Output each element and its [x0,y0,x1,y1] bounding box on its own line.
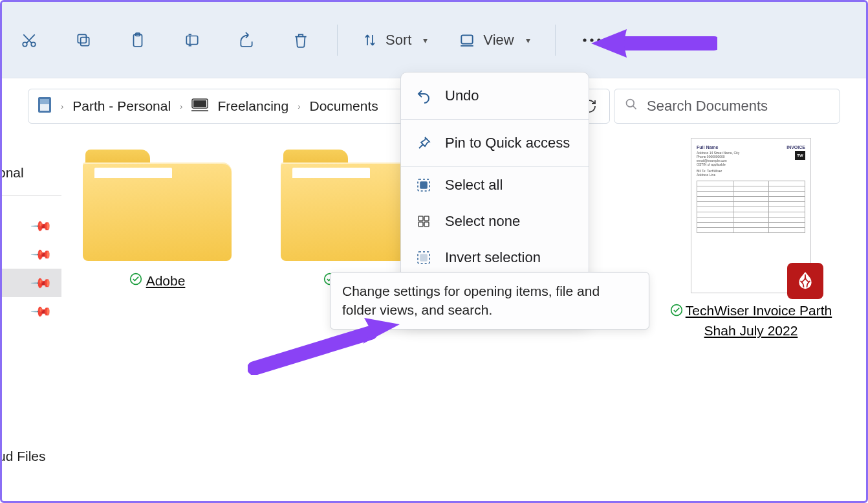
toolbar-separator [555,25,556,56]
annotation-arrow [588,24,717,63]
svg-rect-13 [40,99,49,104]
breadcrumb-separator: › [61,102,63,111]
svg-point-8 [583,38,586,41]
select-all-icon [415,177,432,194]
svg-point-16 [627,100,635,107]
svg-rect-15 [193,100,206,107]
svg-rect-25 [424,222,429,227]
pdf-badge-icon [787,263,823,299]
view-icon [459,32,475,49]
rename-button[interactable] [180,28,204,52]
document-item[interactable]: Full NameINVOICE Address 14 Street Name,… [660,138,841,341]
chevron-down-icon: ▾ [423,35,428,45]
pc-icon [191,98,208,115]
sort-button[interactable]: Sort ▾ [362,32,428,49]
pin-icon: 📌 [30,300,52,322]
menu-label: Undo [445,87,479,104]
pin-icon [415,135,432,151]
sidebar-fragment: ud Files [0,449,46,464]
view-button[interactable]: View ▾ [459,32,530,49]
sidebar-separator [2,195,61,196]
paste-button[interactable] [126,28,149,52]
undo-icon [415,87,432,104]
chevron-down-icon: ▾ [526,35,530,45]
svg-rect-24 [418,222,423,227]
svg-rect-23 [424,216,429,221]
breadcrumb-separator: › [180,102,182,111]
document-thumbnail: Full NameINVOICE Address 14 Street Name,… [691,138,811,293]
pin-icon: 📌 [30,271,52,294]
search-box[interactable]: Search Documents [614,89,840,124]
svg-rect-2 [81,37,89,45]
annotation-arrow [248,317,403,375]
menu-select-all[interactable]: Select all [401,167,589,203]
sidebar-item[interactable]: 📌 [2,212,61,240]
sidebar-item[interactable]: 📌 [2,269,61,297]
cut-button[interactable] [17,28,41,52]
menu-invert-selection[interactable]: Invert selection [401,240,589,276]
sidebar-item[interactable]: 📌 [2,240,61,269]
menu-label: Pin to Quick access [445,135,570,151]
svg-rect-22 [418,216,423,221]
view-label: View [483,32,514,49]
search-icon [625,98,638,115]
invert-selection-icon [415,249,432,266]
pin-icon: 📌 [30,214,52,237]
svg-rect-6 [186,36,197,44]
menu-label: Select all [445,177,503,194]
item-label: Adobe [129,273,186,289]
sort-icon [362,32,378,48]
menu-pin-quick-access[interactable]: Pin to Quick access [401,120,589,166]
breadcrumb-seg[interactable]: Documents [310,98,378,114]
toolbar-separator [337,25,338,56]
sidebar-fragment: onal [0,165,24,181]
drive-icon [38,96,52,117]
breadcrumb-seg[interactable]: Parth - Personal [72,98,171,114]
sync-check-icon [129,273,142,289]
menu-label: Select none [445,213,520,230]
svg-rect-20 [420,182,427,188]
sidebar: onal 📌 📌 📌 📌 ud Files [2,125,61,326]
folder-item[interactable]: Adobe [67,138,248,341]
sync-check-icon [670,302,683,321]
svg-rect-7 [462,35,473,43]
search-placeholder: Search Documents [647,98,768,115]
pin-icon: 📌 [30,243,52,265]
sidebar-item[interactable]: 📌 [2,297,61,326]
copy-button[interactable] [72,28,95,52]
delete-button[interactable] [289,28,312,52]
share-button[interactable] [235,28,258,52]
toolbar: Sort ▾ View ▾ [2,2,866,78]
menu-select-none[interactable]: Select none [401,203,589,240]
menu-undo[interactable]: Undo [401,73,589,119]
menu-label: Invert selection [445,249,541,266]
breadcrumb-separator: › [298,102,300,111]
svg-rect-27 [420,254,427,261]
folder-icon [83,138,232,261]
breadcrumb-seg[interactable]: Freelancing [217,98,288,114]
svg-point-0 [23,42,27,47]
svg-rect-3 [78,34,86,43]
svg-point-1 [31,42,36,47]
sort-label: Sort [385,32,411,49]
item-label: TechWiser Invoice ParthShah July 2022 [670,301,832,341]
select-none-icon [415,213,432,230]
